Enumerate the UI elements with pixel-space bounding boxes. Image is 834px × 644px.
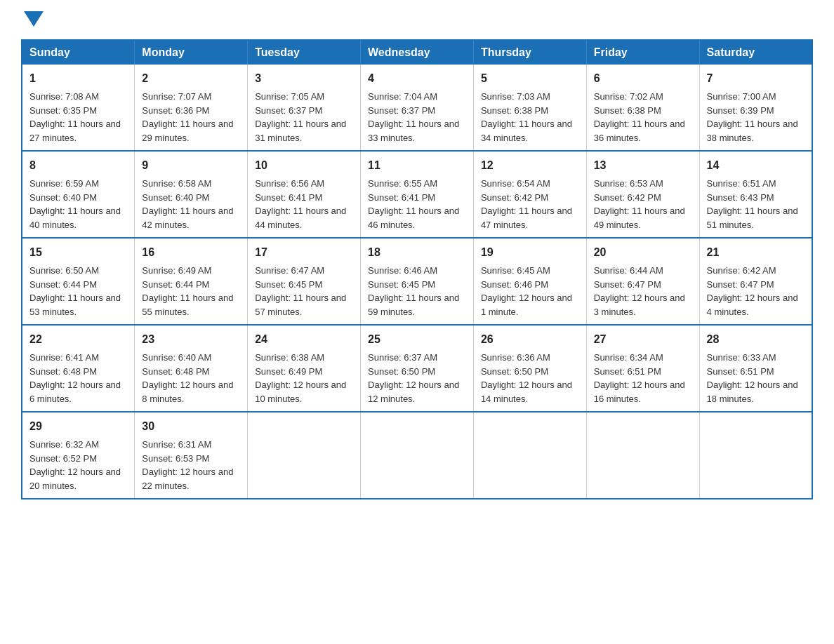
day-info: Sunrise: 6:54 AMSunset: 6:42 PMDaylight:… [481, 178, 572, 230]
day-number: 16 [142, 244, 240, 261]
day-info: Sunrise: 7:03 AMSunset: 6:38 PMDaylight:… [481, 91, 572, 143]
day-number: 22 [29, 331, 127, 348]
calendar-cell: 16 Sunrise: 6:49 AMSunset: 6:44 PMDaylig… [135, 238, 248, 325]
calendar-cell: 17 Sunrise: 6:47 AMSunset: 6:45 PMDaylig… [248, 238, 361, 325]
calendar-cell: 19 Sunrise: 6:45 AMSunset: 6:46 PMDaylig… [473, 238, 586, 325]
day-number: 3 [255, 70, 353, 87]
calendar-cell: 29 Sunrise: 6:32 AMSunset: 6:52 PMDaylig… [22, 412, 135, 499]
calendar-cell: 30 Sunrise: 6:31 AMSunset: 6:53 PMDaylig… [135, 412, 248, 499]
calendar-week-row: 8 Sunrise: 6:59 AMSunset: 6:40 PMDayligh… [22, 151, 812, 238]
calendar-cell: 13 Sunrise: 6:53 AMSunset: 6:42 PMDaylig… [586, 151, 699, 238]
day-info: Sunrise: 6:53 AMSunset: 6:42 PMDaylight:… [594, 178, 685, 230]
day-number: 25 [368, 331, 466, 348]
day-info: Sunrise: 6:59 AMSunset: 6:40 PMDaylight:… [29, 178, 121, 230]
day-info: Sunrise: 7:00 AMSunset: 6:39 PMDaylight:… [707, 91, 798, 143]
calendar-cell: 23 Sunrise: 6:40 AMSunset: 6:48 PMDaylig… [135, 325, 248, 412]
calendar-cell: 12 Sunrise: 6:54 AMSunset: 6:42 PMDaylig… [473, 151, 586, 238]
calendar-cell: 11 Sunrise: 6:55 AMSunset: 6:41 PMDaylig… [361, 151, 474, 238]
day-number: 18 [368, 244, 466, 261]
weekday-header-sunday: Sunday [22, 40, 135, 65]
day-number: 9 [142, 157, 240, 174]
calendar-cell [473, 412, 586, 499]
day-info: Sunrise: 6:37 AMSunset: 6:50 PMDaylight:… [368, 352, 459, 404]
weekday-header-friday: Friday [586, 40, 699, 65]
day-number: 29 [29, 418, 127, 435]
day-number: 8 [29, 157, 127, 174]
day-number: 13 [594, 157, 692, 174]
day-info: Sunrise: 7:02 AMSunset: 6:38 PMDaylight:… [594, 91, 685, 143]
weekday-header-wednesday: Wednesday [361, 40, 474, 65]
calendar-week-row: 29 Sunrise: 6:32 AMSunset: 6:52 PMDaylig… [22, 412, 812, 499]
day-info: Sunrise: 6:45 AMSunset: 6:46 PMDaylight:… [481, 265, 572, 317]
day-info: Sunrise: 7:04 AMSunset: 6:37 PMDaylight:… [368, 91, 459, 143]
calendar-week-row: 15 Sunrise: 6:50 AMSunset: 6:44 PMDaylig… [22, 238, 812, 325]
calendar-cell [586, 412, 699, 499]
day-info: Sunrise: 6:32 AMSunset: 6:52 PMDaylight:… [29, 439, 121, 491]
calendar-cell: 28 Sunrise: 6:33 AMSunset: 6:51 PMDaylig… [699, 325, 812, 412]
weekday-header-tuesday: Tuesday [248, 40, 361, 65]
day-number: 21 [707, 244, 805, 261]
calendar-week-row: 22 Sunrise: 6:41 AMSunset: 6:48 PMDaylig… [22, 325, 812, 412]
day-info: Sunrise: 6:42 AMSunset: 6:47 PMDaylight:… [707, 265, 798, 317]
day-number: 26 [481, 331, 579, 348]
day-info: Sunrise: 6:31 AMSunset: 6:53 PMDaylight:… [142, 439, 233, 491]
calendar-cell: 27 Sunrise: 6:34 AMSunset: 6:51 PMDaylig… [586, 325, 699, 412]
weekday-header-monday: Monday [135, 40, 248, 65]
day-info: Sunrise: 6:56 AMSunset: 6:41 PMDaylight:… [255, 178, 346, 230]
calendar-cell: 8 Sunrise: 6:59 AMSunset: 6:40 PMDayligh… [22, 151, 135, 238]
day-info: Sunrise: 6:49 AMSunset: 6:44 PMDaylight:… [142, 265, 233, 317]
day-info: Sunrise: 6:50 AMSunset: 6:44 PMDaylight:… [29, 265, 121, 317]
weekday-header-thursday: Thursday [473, 40, 586, 65]
calendar-header-row: SundayMondayTuesdayWednesdayThursdayFrid… [22, 40, 812, 65]
day-info: Sunrise: 6:46 AMSunset: 6:45 PMDaylight:… [368, 265, 459, 317]
day-number: 27 [594, 331, 692, 348]
day-info: Sunrise: 6:44 AMSunset: 6:47 PMDaylight:… [594, 265, 685, 317]
day-number: 24 [255, 331, 353, 348]
day-number: 23 [142, 331, 240, 348]
calendar-cell: 24 Sunrise: 6:38 AMSunset: 6:49 PMDaylig… [248, 325, 361, 412]
calendar-cell [248, 412, 361, 499]
day-info: Sunrise: 6:34 AMSunset: 6:51 PMDaylight:… [594, 352, 685, 404]
day-number: 17 [255, 244, 353, 261]
day-number: 7 [707, 70, 805, 87]
calendar-cell: 7 Sunrise: 7:00 AMSunset: 6:39 PMDayligh… [699, 65, 812, 151]
logo-triangle-icon [24, 11, 44, 27]
calendar-cell [699, 412, 812, 499]
calendar-cell: 1 Sunrise: 7:08 AMSunset: 6:35 PMDayligh… [22, 65, 135, 151]
day-info: Sunrise: 6:40 AMSunset: 6:48 PMDaylight:… [142, 352, 233, 404]
calendar-cell: 20 Sunrise: 6:44 AMSunset: 6:47 PMDaylig… [586, 238, 699, 325]
calendar-cell: 3 Sunrise: 7:05 AMSunset: 6:37 PMDayligh… [248, 65, 361, 151]
calendar-cell: 6 Sunrise: 7:02 AMSunset: 6:38 PMDayligh… [586, 65, 699, 151]
day-info: Sunrise: 6:58 AMSunset: 6:40 PMDaylight:… [142, 178, 233, 230]
day-info: Sunrise: 6:51 AMSunset: 6:43 PMDaylight:… [707, 178, 798, 230]
day-number: 2 [142, 70, 240, 87]
day-info: Sunrise: 6:55 AMSunset: 6:41 PMDaylight:… [368, 178, 459, 230]
calendar-cell: 9 Sunrise: 6:58 AMSunset: 6:40 PMDayligh… [135, 151, 248, 238]
calendar-cell: 18 Sunrise: 6:46 AMSunset: 6:45 PMDaylig… [361, 238, 474, 325]
calendar-cell: 5 Sunrise: 7:03 AMSunset: 6:38 PMDayligh… [473, 65, 586, 151]
day-number: 28 [707, 331, 805, 348]
day-number: 1 [29, 70, 127, 87]
day-number: 20 [594, 244, 692, 261]
day-info: Sunrise: 6:47 AMSunset: 6:45 PMDaylight:… [255, 265, 346, 317]
day-info: Sunrise: 7:07 AMSunset: 6:36 PMDaylight:… [142, 91, 233, 143]
calendar-cell: 25 Sunrise: 6:37 AMSunset: 6:50 PMDaylig… [361, 325, 474, 412]
calendar-week-row: 1 Sunrise: 7:08 AMSunset: 6:35 PMDayligh… [22, 65, 812, 151]
day-number: 12 [481, 157, 579, 174]
day-info: Sunrise: 6:36 AMSunset: 6:50 PMDaylight:… [481, 352, 572, 404]
weekday-header-saturday: Saturday [699, 40, 812, 65]
day-number: 6 [594, 70, 692, 87]
calendar-cell: 22 Sunrise: 6:41 AMSunset: 6:48 PMDaylig… [22, 325, 135, 412]
day-number: 30 [142, 418, 240, 435]
logo [21, 14, 44, 27]
day-info: Sunrise: 6:38 AMSunset: 6:49 PMDaylight:… [255, 352, 346, 404]
day-number: 11 [368, 157, 466, 174]
day-number: 10 [255, 157, 353, 174]
calendar-cell: 26 Sunrise: 6:36 AMSunset: 6:50 PMDaylig… [473, 325, 586, 412]
calendar-cell: 10 Sunrise: 6:56 AMSunset: 6:41 PMDaylig… [248, 151, 361, 238]
day-number: 14 [707, 157, 805, 174]
day-number: 4 [368, 70, 466, 87]
day-info: Sunrise: 7:05 AMSunset: 6:37 PMDaylight:… [255, 91, 346, 143]
calendar-table: SundayMondayTuesdayWednesdayThursdayFrid… [21, 39, 813, 499]
day-info: Sunrise: 6:41 AMSunset: 6:48 PMDaylight:… [29, 352, 121, 404]
